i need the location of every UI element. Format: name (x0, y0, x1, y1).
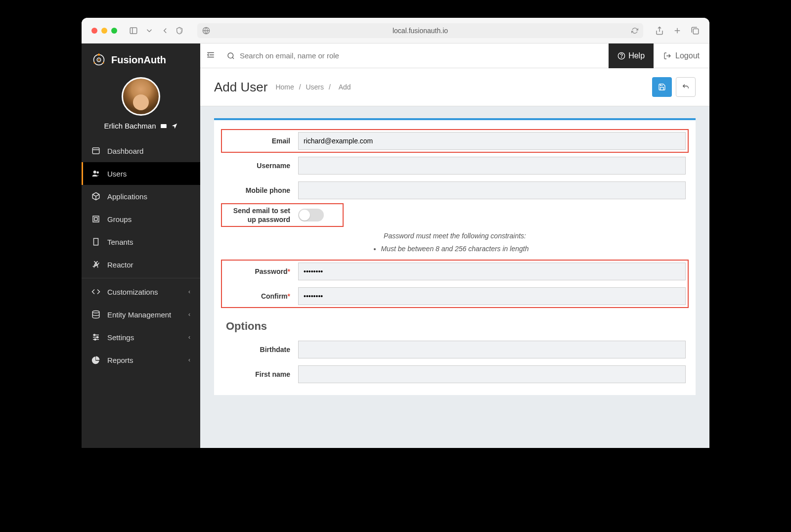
email-label: Email (224, 137, 298, 145)
mobile-field[interactable] (298, 181, 686, 199)
svg-rect-14 (92, 148, 99, 154)
breadcrumb-home[interactable]: Home (275, 83, 294, 91)
building-icon (91, 237, 100, 246)
sidebar-item-reports[interactable]: Reports ‹ (82, 349, 200, 371)
password-rule: Must be between 8 and 256 characters in … (381, 245, 529, 253)
help-button[interactable]: Help (609, 44, 654, 68)
page-header: Add User Home / Users / Add (200, 68, 709, 106)
traffic-lights (91, 28, 117, 34)
sliders-icon (91, 333, 100, 342)
sidebar-item-dashboard[interactable]: Dashboard (82, 139, 200, 162)
logout-button[interactable]: Logout (654, 51, 709, 60)
send-email-toggle[interactable] (298, 209, 324, 222)
logout-icon (663, 52, 671, 60)
new-tab-icon[interactable] (673, 26, 682, 35)
username-label: Username (224, 162, 298, 170)
svg-line-35 (232, 57, 234, 59)
group-icon (91, 215, 100, 223)
svg-point-12 (98, 59, 100, 61)
search-input[interactable] (240, 51, 603, 60)
sidebar-item-entity-management[interactable]: Entity Management ‹ (82, 303, 200, 326)
svg-rect-20 (94, 238, 98, 245)
app: FusionAuth Erlich Bachman Dashboard User… (82, 44, 709, 448)
main: Help Logout Add User Home / Users / Add (200, 44, 709, 448)
minimize-window-icon[interactable] (101, 28, 107, 34)
birthdate-label: Birthdate (224, 346, 298, 354)
highlight-password: Password* Confirm* (221, 260, 689, 308)
page-title: Add User (214, 80, 267, 95)
header-actions (652, 77, 696, 97)
svg-point-37 (621, 57, 622, 58)
svg-point-17 (97, 172, 99, 174)
back-button[interactable] (676, 77, 696, 97)
sidebar-item-applications[interactable]: Applications (82, 185, 200, 208)
form-panel: Email Username Mobile phone S (214, 118, 696, 395)
help-icon (617, 52, 625, 60)
nav: Dashboard Users Applications Groups Tena… (82, 139, 200, 371)
password-hint-list: Must be between 8 and 256 characters in … (381, 245, 529, 253)
breadcrumb-users[interactable]: Users (306, 83, 324, 91)
nav-back-icon[interactable] (161, 26, 170, 35)
reactor-icon (91, 260, 100, 269)
breadcrumb-current: Add (339, 83, 351, 91)
users-icon (91, 169, 100, 178)
chevron-left-icon: ‹ (188, 311, 190, 318)
birthdate-field[interactable] (298, 341, 686, 358)
avatar[interactable] (122, 77, 160, 116)
sidebar-toggle-icon[interactable] (129, 26, 138, 35)
id-card-icon[interactable] (160, 123, 167, 130)
code-icon (91, 287, 100, 296)
svg-rect-0 (130, 28, 137, 34)
sidebar-collapse-button[interactable] (200, 50, 221, 61)
svg-rect-13 (161, 124, 167, 128)
chevron-down-icon[interactable] (145, 26, 154, 35)
content: Email Username Mobile phone S (200, 106, 709, 448)
share-icon[interactable] (655, 26, 664, 35)
username-field[interactable] (298, 157, 686, 175)
globe-icon (202, 27, 210, 35)
location-arrow-icon[interactable] (171, 123, 178, 130)
sidebar-item-customizations[interactable]: Customizations ‹ (82, 280, 200, 303)
profile-name: Erlich Bachman (104, 122, 177, 130)
svg-rect-6 (693, 29, 699, 34)
highlight-email: Email (221, 129, 689, 153)
search-icon (227, 52, 235, 60)
maximize-window-icon[interactable] (111, 28, 117, 34)
mobile-label: Mobile phone (224, 186, 298, 194)
topbar: Help Logout (200, 44, 709, 68)
password-field[interactable] (298, 263, 686, 280)
svg-point-8 (98, 53, 100, 56)
highlight-send-email: Send email to set up password (221, 203, 344, 227)
close-window-icon[interactable] (91, 28, 97, 34)
password-hint: Password must meet the following constra… (224, 232, 686, 240)
box-icon (91, 192, 100, 201)
svg-point-30 (94, 339, 96, 340)
sidebar-item-tenants[interactable]: Tenants (82, 230, 200, 253)
firstname-field[interactable] (298, 365, 686, 383)
sidebar: FusionAuth Erlich Bachman Dashboard User… (82, 44, 200, 448)
svg-point-10 (103, 62, 104, 64)
undo-icon (682, 83, 690, 91)
sidebar-item-groups[interactable]: Groups (82, 208, 200, 230)
url-bar[interactable]: local.fusionauth.io (197, 23, 643, 38)
profile: Erlich Bachman (82, 72, 200, 139)
svg-point-24 (92, 311, 99, 313)
sidebar-item-users[interactable]: Users (82, 162, 200, 185)
tabs-icon[interactable] (691, 26, 700, 35)
svg-rect-18 (93, 216, 99, 222)
pie-chart-icon (91, 355, 100, 364)
brand-logo-icon (91, 52, 106, 67)
breadcrumb: Home / Users / Add (275, 83, 353, 91)
refresh-icon[interactable] (631, 27, 638, 34)
titlebar-right-icons (655, 26, 700, 35)
sidebar-item-reactor[interactable]: Reactor (82, 253, 200, 276)
shield-icon (176, 27, 183, 35)
dashboard-icon (91, 146, 100, 155)
confirm-field[interactable] (298, 287, 686, 305)
email-field[interactable] (298, 132, 686, 150)
password-label: Password* (224, 267, 298, 275)
options-title: Options (226, 320, 686, 333)
nav-separator (82, 278, 200, 278)
sidebar-item-settings[interactable]: Settings ‹ (82, 326, 200, 349)
save-button[interactable] (652, 77, 672, 97)
